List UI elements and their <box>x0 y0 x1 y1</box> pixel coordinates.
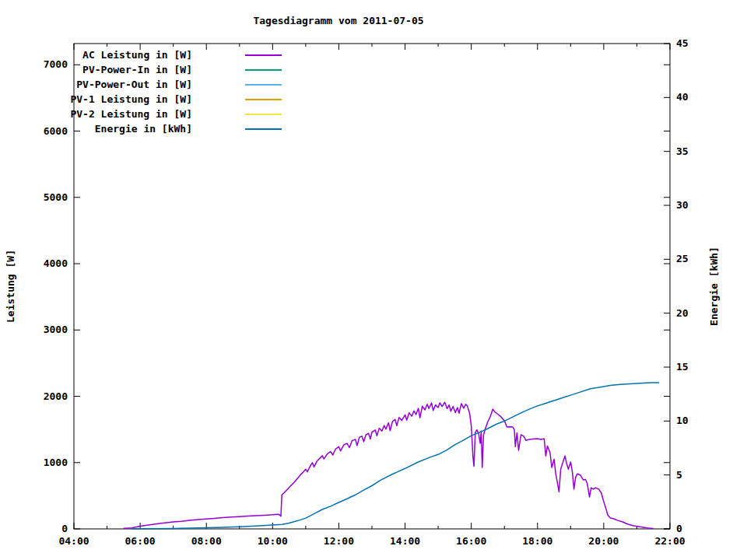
y2-tick-label: 25 <box>676 253 689 264</box>
x-tick-label: 18:00 <box>522 535 552 547</box>
x-tick-label: 08:00 <box>191 535 222 547</box>
legend-entry: PV-Power-Out in [W] <box>76 79 282 90</box>
legend-label: PV-1 Leistung in [W] <box>70 93 192 105</box>
x-tick-label: 16:00 <box>456 535 486 547</box>
series-line-energie-in-kwh <box>132 383 660 529</box>
chart-canvas: Tagesdiagramm vom 2011-07-05 Leistung [W… <box>0 0 747 560</box>
y2-tick-label: 5 <box>676 469 682 481</box>
y1-tick-label: 3000 <box>44 324 68 335</box>
legend: AC Leistung in [W]PV-Power-In in [W]PV-P… <box>70 49 282 135</box>
y1-tick-label: 5000 <box>44 191 68 203</box>
legend-label: AC Leistung in [W] <box>82 49 192 61</box>
y1-tick-label: 6000 <box>44 125 68 137</box>
y1-tick-label: 1000 <box>44 457 68 468</box>
y1-tick-label: 7000 <box>44 58 68 70</box>
y2-tick-label: 20 <box>676 307 689 319</box>
y2-tick-label: 45 <box>676 37 689 49</box>
y2-tick-label: 10 <box>676 415 689 426</box>
chart: Tagesdiagramm vom 2011-07-05 Leistung [W… <box>0 0 747 560</box>
legend-entry: PV-Power-In in [W] <box>82 64 282 75</box>
legend-entry: PV-1 Leistung in [W] <box>70 93 282 105</box>
x-tick-label: 12:00 <box>324 535 354 547</box>
chart-title: Tagesdiagramm vom 2011-07-05 <box>253 15 423 26</box>
x-tick-label: 22:00 <box>654 535 685 547</box>
y1-tick-label: 4000 <box>44 257 68 269</box>
y2-tick-label: 30 <box>676 199 689 211</box>
legend-entry: AC Leistung in [W] <box>82 49 282 61</box>
y1-tick-label: 0 <box>61 523 68 534</box>
y2-tick-label: 15 <box>676 361 689 373</box>
series-line-ac-leistung-in-w <box>124 402 654 528</box>
legend-entry: PV-2 Leistung in [W] <box>70 108 282 120</box>
y1-tick-label: 2000 <box>44 390 68 402</box>
y2-tick-label: 40 <box>676 91 689 103</box>
x-tick-label: 14:00 <box>390 535 420 547</box>
y2-tick-label: 0 <box>676 523 682 534</box>
x-tick-label: 10:00 <box>258 535 288 547</box>
series-lines <box>124 383 659 529</box>
x-tick-label: 04:00 <box>58 535 89 547</box>
y2-axis-label: Energie [kWh] <box>708 247 720 326</box>
x-tick-label: 20:00 <box>588 535 619 547</box>
legend-label: PV-Power-Out in [W] <box>76 79 192 90</box>
x-tick-label: 06:00 <box>125 535 156 547</box>
y-axis-label: Leistung [W] <box>5 250 16 323</box>
legend-label: Energie in [kWh] <box>95 123 192 135</box>
legend-label: PV-2 Leistung in [W] <box>70 108 192 120</box>
y2-tick-label: 35 <box>676 145 689 157</box>
legend-entry: Energie in [kWh] <box>95 123 282 135</box>
legend-label: PV-Power-In in [W] <box>82 64 192 75</box>
